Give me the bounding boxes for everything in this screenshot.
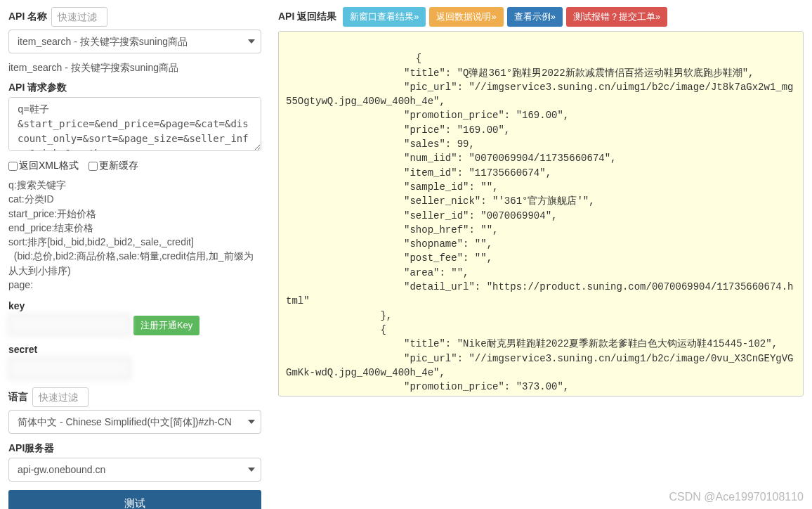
server-label: API服务器 [8, 442, 54, 453]
xml-checkbox-label: 返回XML格式 [19, 160, 79, 172]
bug-report-button[interactable]: 测试报错？提交工单» [566, 7, 667, 27]
params-label: API 请求参数 [8, 82, 67, 93]
test-button[interactable]: 测试 [8, 490, 261, 509]
result-label: API 返回结果 [278, 11, 336, 23]
lang-filter-input[interactable] [32, 387, 89, 407]
data-doc-button[interactable]: 返回数据说明» [429, 7, 503, 27]
left-panel: API 名称 item_search - 按关键字搜索suning商品 item… [8, 7, 261, 509]
new-window-button[interactable]: 新窗口查看结果» [343, 7, 426, 27]
result-json-text: { "title": "Q弹超361°跑鞋男2022新款减震情侣百搭运动鞋男软底… [286, 53, 794, 397]
register-key-button[interactable]: 注册开通Key [133, 316, 199, 335]
server-select[interactable]: api-gw.onebound.cn [8, 458, 261, 482]
api-name-select[interactable]: item_search - 按关键字搜索suning商品 [8, 30, 261, 53]
cache-checkbox-label: 更新缓存 [99, 160, 138, 172]
right-panel: API 返回结果 新窗口查看结果» 返回数据说明» 查看示例» 测试报错？提交工… [278, 7, 804, 509]
xml-checkbox[interactable] [8, 162, 18, 171]
result-json-box[interactable]: { "title": "Q弹超361°跑鞋男2022新款减震情侣百搭运动鞋男软底… [278, 31, 804, 397]
key-input[interactable] [8, 314, 131, 335]
secret-label: secret [8, 344, 37, 355]
lang-select[interactable]: 简体中文 - Chinese Simplified(中文[简体])#zh-CN [8, 410, 261, 434]
example-button[interactable]: 查看示例» [507, 7, 563, 27]
api-name-filter-input[interactable] [51, 7, 107, 27]
api-breadcrumb: item_search - 按关键字搜索suning商品 [8, 62, 261, 75]
api-name-label: API 名称 [8, 11, 47, 23]
secret-input[interactable] [8, 358, 131, 379]
param-help-text: q:搜索关键字 cat:分类ID start_price:开始价格 end_pr… [8, 178, 261, 292]
key-label: key [8, 300, 25, 311]
cache-checkbox[interactable] [89, 162, 98, 171]
lang-label: 语言 [8, 391, 28, 404]
params-textarea[interactable]: q=鞋子&start_price=&end_price=&page=&cat=&… [8, 97, 261, 151]
